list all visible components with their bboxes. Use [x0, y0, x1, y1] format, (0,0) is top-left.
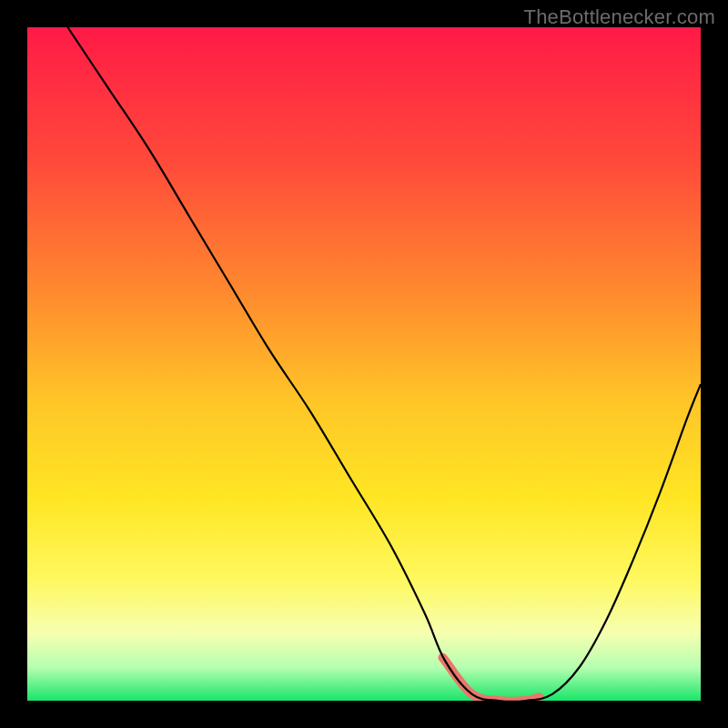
watermark-text: TheBottlenecker.com — [524, 5, 715, 29]
bottleneck-chart — [27, 27, 701, 701]
chart-canvas — [27, 27, 701, 701]
gradient-background — [27, 27, 701, 701]
